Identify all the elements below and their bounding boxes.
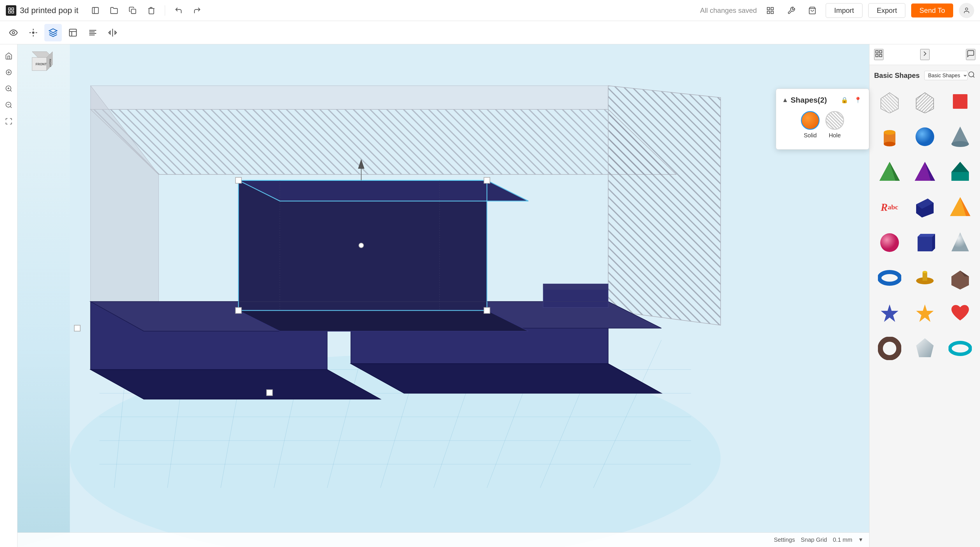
solid-option[interactable]: Solid xyxy=(801,111,819,139)
svg-rect-89 xyxy=(880,51,882,53)
shape-item-gold-pyramid[interactable] xyxy=(943,191,977,224)
shape-item-blue-star[interactable] xyxy=(873,297,906,329)
hole-circle xyxy=(826,111,844,130)
settings-label[interactable]: Settings xyxy=(774,536,795,543)
shape-item-text[interactable]: R abc xyxy=(873,191,906,224)
right-panel-grid-btn[interactable] xyxy=(874,49,883,60)
tools-button[interactable] xyxy=(784,3,799,18)
sendto-button[interactable]: Send To xyxy=(911,3,953,17)
shape-item-navy-box[interactable] xyxy=(908,191,941,224)
delete-button[interactable] xyxy=(144,3,159,18)
shape-item-purple-pyramid[interactable] xyxy=(908,156,941,188)
shape-item-red-box[interactable] xyxy=(943,85,977,118)
svg-rect-82 xyxy=(75,325,80,331)
shape-item-red-heart[interactable] xyxy=(943,297,977,329)
left-sidebar xyxy=(0,45,18,547)
bag-button[interactable] xyxy=(805,3,820,18)
face-btn[interactable] xyxy=(64,24,82,41)
topbar-right: All changes saved Import Export Send To xyxy=(700,3,974,18)
svg-rect-19 xyxy=(69,29,76,36)
svg-point-101 xyxy=(884,142,896,146)
mirror-btn[interactable] xyxy=(104,24,121,41)
user-button[interactable] xyxy=(959,3,974,18)
zoom-all-btn[interactable] xyxy=(2,65,16,79)
svg-marker-127 xyxy=(916,304,934,322)
shape-btn[interactable] xyxy=(45,24,62,41)
shape-item-teal-ring[interactable] xyxy=(943,332,977,365)
shape-item-cylinder[interactable] xyxy=(873,120,906,153)
shape-item-box-hatch[interactable] xyxy=(873,85,906,118)
viewport[interactable]: FRONT RIGHT xyxy=(18,45,980,547)
shape-item-donut[interactable] xyxy=(873,332,906,365)
app-logo xyxy=(6,5,16,16)
redo-button[interactable] xyxy=(189,3,205,18)
svg-rect-9 xyxy=(767,11,769,13)
svg-rect-122 xyxy=(923,272,927,281)
grid-view-button[interactable] xyxy=(763,3,778,18)
shape-item-dark-box[interactable] xyxy=(908,226,941,259)
svg-point-120 xyxy=(880,272,900,284)
snap-grid-label: Snap Grid xyxy=(800,536,827,543)
align-btn[interactable] xyxy=(84,24,102,41)
svg-rect-7 xyxy=(767,7,769,10)
svg-rect-0 xyxy=(8,8,11,10)
svg-marker-119 xyxy=(951,232,969,251)
svg-point-80 xyxy=(359,243,363,248)
svg-rect-10 xyxy=(771,11,773,13)
location-icon[interactable]: 📍 xyxy=(853,95,863,105)
fit-btn[interactable] xyxy=(2,114,16,128)
svg-marker-96 xyxy=(916,93,934,113)
shape-item-torus[interactable] xyxy=(873,261,906,294)
open-button[interactable] xyxy=(107,3,122,18)
import-button[interactable]: Import xyxy=(826,3,862,18)
shape-item-ring[interactable] xyxy=(908,261,941,294)
right-panel-corner-btn[interactable] xyxy=(920,49,929,60)
svg-point-14 xyxy=(32,32,34,33)
svg-rect-74 xyxy=(235,177,241,183)
shapes-panel-title: Shapes(2) xyxy=(791,95,827,105)
right-panel-chat-btn[interactable] xyxy=(966,49,975,60)
point-btn[interactable] xyxy=(24,24,42,41)
hole-label: Hole xyxy=(829,132,841,139)
shapes-search-btn[interactable] xyxy=(968,71,975,80)
shape-item-silver-cone[interactable] xyxy=(943,226,977,259)
save-status: All changes saved xyxy=(700,6,757,14)
new-button[interactable] xyxy=(88,3,103,18)
svg-rect-6 xyxy=(131,9,135,13)
solid-hole-row: Solid Hole xyxy=(782,111,863,139)
snap-grid-arrow[interactable]: ▼ xyxy=(858,537,863,543)
undo-button[interactable] xyxy=(171,3,186,18)
solid-label: Solid xyxy=(804,132,817,139)
svg-marker-118 xyxy=(932,234,935,251)
svg-marker-59 xyxy=(91,109,676,174)
shape-item-green-pyramid[interactable] xyxy=(873,156,906,188)
snap-grid-value[interactable]: 0.1 mm xyxy=(833,536,852,543)
svg-point-123 xyxy=(923,271,927,273)
shape-item-teal-prism[interactable] xyxy=(943,156,977,188)
shape-item-gold-star[interactable] xyxy=(908,297,941,329)
home-btn[interactable] xyxy=(2,49,16,63)
shape-item-blue-cone[interactable] xyxy=(943,120,977,153)
svg-point-115 xyxy=(880,233,899,252)
panel-collapse-btn[interactable]: ▲ xyxy=(782,96,788,104)
status-bar: Settings Snap Grid 0.1 mm ▼ xyxy=(18,533,869,547)
zoom-out-btn[interactable] xyxy=(2,98,16,112)
shape-item-brown[interactable] xyxy=(943,261,977,294)
export-button[interactable]: Export xyxy=(868,3,905,18)
shape-item-sphere[interactable] xyxy=(908,120,941,153)
view-mode-btn[interactable] xyxy=(5,24,22,41)
shapes-dropdown[interactable]: Basic Shapes xyxy=(924,71,968,80)
right-panel-header xyxy=(869,45,980,65)
hole-option[interactable]: Hole xyxy=(826,111,844,139)
shape-item-pink-sphere[interactable] xyxy=(873,226,906,259)
svg-rect-4 xyxy=(92,7,98,13)
lock-icon[interactable]: 🔒 xyxy=(839,95,850,105)
svg-rect-81 xyxy=(267,390,272,395)
duplicate-button[interactable] xyxy=(125,3,140,18)
svg-rect-116 xyxy=(918,237,932,251)
shapes-panel-header: ▲ Shapes(2) 🔒 📍 xyxy=(782,95,863,105)
svg-point-13 xyxy=(12,32,14,34)
zoom-in-btn[interactable] xyxy=(2,82,16,95)
shape-item-box-stripes[interactable] xyxy=(908,85,941,118)
shape-item-silver-gem[interactable] xyxy=(908,332,941,365)
